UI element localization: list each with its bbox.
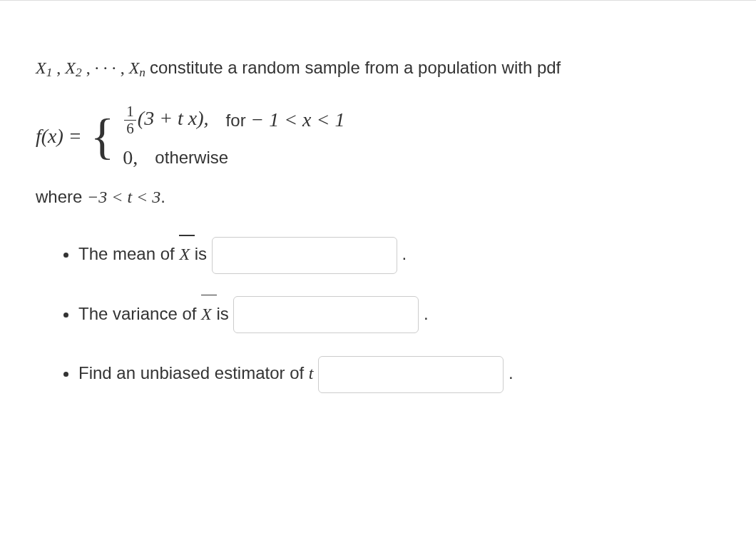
case2-condition: otherwise [155, 148, 228, 168]
t-symbol: t [309, 364, 314, 382]
pdf-cases: 1 6 (3 + t x), for − 1 < x < 1 0, otherw… [123, 104, 344, 169]
variable-X2: X2 [65, 59, 86, 77]
mean-input[interactable] [212, 237, 397, 274]
question-variance: The variance of X is . [78, 295, 720, 334]
variance-input[interactable] [233, 296, 419, 333]
xbar-symbol: X [179, 235, 190, 273]
intro-tail: constitute a random sample from a popula… [150, 58, 561, 77]
question-estimator: Find an unbiased estimator of t . [78, 355, 720, 393]
case1-condition: for − 1 < x < 1 [226, 108, 345, 131]
case1-expr: 1 6 (3 + t x), [123, 104, 208, 136]
problem-container: X1 , X2 , · · · , Xn constitute a random… [0, 0, 756, 450]
xbar-symbol: X [201, 295, 212, 333]
left-brace-icon: { [91, 116, 115, 158]
pdf-case-2: 0, otherwise [123, 146, 344, 169]
question-mean: The mean of X is . [78, 235, 720, 274]
intro-text: X1 , X2 , · · · , Xn constitute a random… [36, 54, 720, 83]
estimator-input[interactable] [318, 356, 504, 393]
parameter-constraint: where −3 < t < 3. [36, 187, 720, 207]
pdf-lhs: f(x) = [36, 125, 82, 148]
question-list: The mean of X is . The variance of X is … [36, 235, 720, 393]
case2-expr: 0, [123, 146, 138, 169]
variable-Xn: Xn [129, 59, 150, 77]
pdf-definition: f(x) = { 1 6 (3 + t x), for − 1 < x < 1 … [36, 104, 720, 169]
variable-X1: X1 [36, 59, 56, 77]
pdf-case-1: 1 6 (3 + t x), for − 1 < x < 1 [123, 104, 344, 136]
